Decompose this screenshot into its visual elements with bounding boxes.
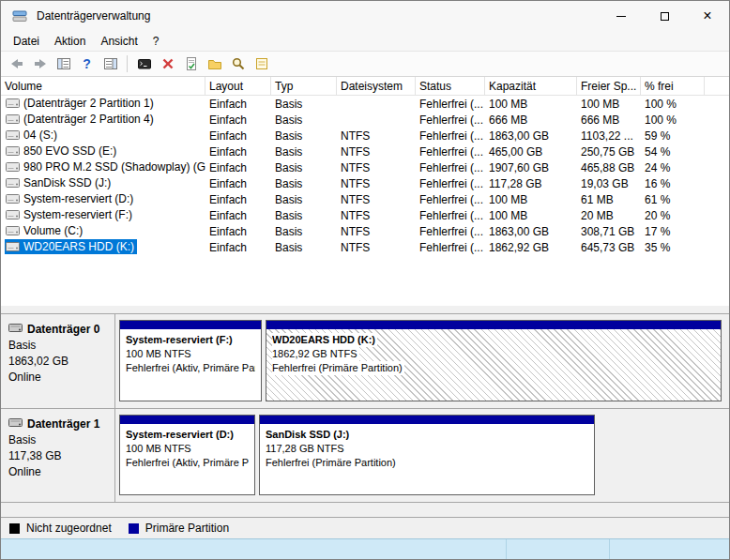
command-window-button[interactable] <box>132 53 156 75</box>
help-icon: ? <box>83 56 91 71</box>
column-header-typ[interactable]: Typ <box>271 77 337 95</box>
cell-prozent_frei: 35 % <box>641 241 705 254</box>
disk-type: Basis <box>8 432 109 447</box>
column-header-filler <box>705 77 729 95</box>
cell-layout: Einfach <box>205 114 271 127</box>
volume-name: WD20EARS HDD (K:) <box>23 240 134 253</box>
cell-prozent_frei: 24 % <box>641 161 705 174</box>
cell-freier_speicherplatz: 20 MB <box>577 209 641 222</box>
partition-color-bar <box>120 416 254 424</box>
cell-freier_speicherplatz: 61 MB <box>577 193 641 206</box>
volume-row[interactable]: 980 PRO M.2 SSD (Shadowplay) (G:)Einfach… <box>1 159 729 175</box>
partition-title: SanDisk SSD (J:) <box>266 428 588 442</box>
cell-dateisystem: NTFS <box>337 129 416 143</box>
cell-layout: Einfach <box>205 161 271 174</box>
column-header-kapazit-t[interactable]: Kapazität <box>485 77 577 95</box>
drive-icon <box>6 145 20 157</box>
cell-status: Fehlerfrei (... <box>416 193 485 206</box>
show-console-tree-button[interactable] <box>52 53 75 75</box>
delete-volume-button[interactable] <box>156 53 179 75</box>
column-header-layout[interactable]: Layout <box>205 77 271 95</box>
cell-prozent_frei: 61 % <box>641 193 705 206</box>
cell-kapazitaet: 100 MB <box>485 209 577 222</box>
cell-typ: Basis <box>271 129 337 143</box>
volume-row[interactable]: 04 (S:)EinfachBasisNTFSFehlerfrei (...18… <box>1 128 729 144</box>
volume-name: 980 PRO M.2 SSD (Shadowplay) (G:) <box>23 160 205 174</box>
cell-kapazitaet: 117,28 GB <box>485 177 577 190</box>
cell-status: Fehlerfrei (... <box>416 129 485 143</box>
cell-kapazitaet: 1863,00 GB <box>485 129 577 143</box>
disk-info-panel[interactable]: Datenträger 1Basis117,38 GBOnline <box>1 409 115 502</box>
volume-row[interactable]: SanDisk SSD (J:)EinfachBasisNTFSFehlerfr… <box>1 175 729 191</box>
delete-volume-icon <box>160 56 175 71</box>
partition[interactable]: System-reserviert (F:)100 MB NTFSFehlerf… <box>119 320 262 401</box>
caption-buttons: × <box>600 1 729 31</box>
back-button[interactable] <box>5 53 28 75</box>
volume-row[interactable]: WD20EARS HDD (K:)EinfachBasisNTFSFehlerf… <box>1 239 729 255</box>
volume-row[interactable]: System-reserviert (F:)EinfachBasisNTFSFe… <box>1 207 729 223</box>
column-header-dateisystem[interactable]: Dateisystem <box>337 77 416 95</box>
minimize-button[interactable] <box>600 1 643 31</box>
menu-datei[interactable]: Datei <box>6 32 47 51</box>
cell-prozent_frei: 100 % <box>641 114 705 127</box>
cell-typ: Basis <box>271 114 337 127</box>
menu-hilfe[interactable]: ? <box>145 32 167 51</box>
cell-layout: Einfach <box>205 193 271 206</box>
column-header-frei[interactable]: % frei <box>641 77 705 95</box>
menu-aktion[interactable]: Aktion <box>47 32 93 51</box>
volume-list-body: (Datenträger 2 Partition 1)EinfachBasisF… <box>1 96 729 255</box>
legend-bar: Nicht zugeordnetPrimäre Partition <box>1 517 729 538</box>
drive-icon <box>6 129 20 141</box>
search-button[interactable] <box>226 53 250 75</box>
open-folder-button[interactable] <box>203 53 226 75</box>
show-action-pane-button[interactable] <box>99 53 122 75</box>
cell-freier_speicherplatz: 645,73 GB <box>577 241 641 254</box>
cell-layout: Einfach <box>205 225 271 238</box>
drive-icon <box>6 241 20 252</box>
open-folder-icon <box>207 56 222 71</box>
column-header-freier-sp[interactable]: Freier Sp... <box>577 77 641 95</box>
partition-title: System-reserviert (D:) <box>126 428 249 442</box>
toolbar: ? <box>1 52 729 77</box>
cell-prozent_frei: 16 % <box>641 177 705 190</box>
volume-row[interactable]: (Datenträger 2 Partition 1)EinfachBasisF… <box>1 96 729 112</box>
volume-row[interactable]: 850 EVO SSD (E:)EinfachBasisNTFSFehlerfr… <box>1 144 729 159</box>
volume-row[interactable]: System-reserviert (D:)EinfachBasisNTFSFe… <box>1 191 729 207</box>
help-topics-button[interactable] <box>250 53 273 75</box>
cell-kapazitaet: 1907,60 GB <box>485 161 577 174</box>
properties-button[interactable] <box>179 53 203 75</box>
disk-type: Basis <box>8 338 109 353</box>
volume-row[interactable]: (Datenträger 2 Partition 4)EinfachBasisF… <box>1 112 729 128</box>
cell-typ: Basis <box>271 241 337 254</box>
partition[interactable]: System-reserviert (D:)100 MB NTFSFehlerf… <box>119 415 255 495</box>
cell-dateisystem: NTFS <box>337 241 416 254</box>
help-button[interactable]: ? <box>75 53 99 75</box>
cell-status: Fehlerfrei (... <box>416 145 485 159</box>
partition[interactable]: SanDisk SSD (J:)117,28 GB NTFSFehlerfrei… <box>259 415 595 495</box>
close-button[interactable]: × <box>686 1 729 31</box>
partition-color-bar <box>266 321 721 329</box>
maximize-button[interactable] <box>643 1 686 31</box>
toolbar-separator <box>127 55 128 72</box>
column-header-volume[interactable]: Volume <box>1 77 205 95</box>
partition-status: Fehlerfrei (Aktiv, Primäre Partition) <box>126 361 255 375</box>
properties-icon <box>184 56 199 71</box>
menu-ansicht[interactable]: Ansicht <box>93 32 144 51</box>
disk-status: Online <box>8 464 109 479</box>
cell-layout: Einfach <box>205 98 271 111</box>
volume-name: Volume (C:) <box>23 224 83 237</box>
partition-size: 100 MB NTFS <box>126 347 255 361</box>
forward-icon <box>33 56 48 71</box>
column-header-status[interactable]: Status <box>416 77 485 95</box>
volume-row[interactable]: Volume (C:)EinfachBasisNTFSFehlerfrei (.… <box>1 223 729 239</box>
partition[interactable]: WD20EARS HDD (K:)1862,92 GB NTFSFehlerfr… <box>266 320 722 401</box>
show-action-pane-icon <box>103 56 118 71</box>
status-separator <box>609 539 610 559</box>
cell-prozent_frei: 59 % <box>641 129 705 143</box>
partition-status: Fehlerfrei (Aktiv, Primäre Partition) <box>126 456 249 470</box>
cell-layout: Einfach <box>205 209 271 222</box>
disk-size: 117,38 GB <box>8 448 109 463</box>
cell-kapazitaet: 666 MB <box>485 114 577 127</box>
disk-info-panel[interactable]: Datenträger 0Basis1863,02 GBOnline <box>1 314 115 408</box>
forward-button[interactable] <box>28 53 52 75</box>
